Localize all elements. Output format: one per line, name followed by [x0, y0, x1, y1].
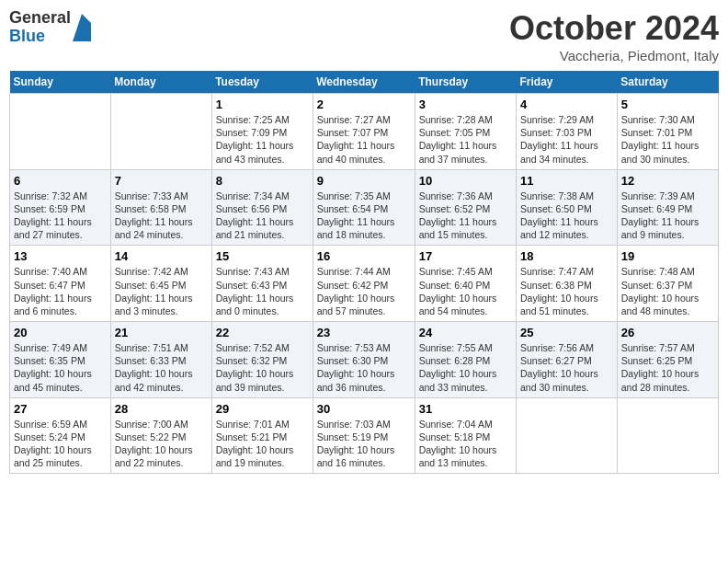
day-number: 24	[419, 326, 512, 339]
calendar-cell: 1Sunrise: 7:25 AMSunset: 7:09 PMDaylight…	[211, 94, 313, 170]
day-number: 30	[317, 402, 411, 416]
day-info: Sunrise: 7:44 AMSunset: 6:42 PMDaylight:…	[317, 265, 411, 317]
day-number: 9	[317, 174, 411, 188]
logo-icon	[73, 14, 91, 41]
calendar-cell: 13Sunrise: 7:40 AMSunset: 6:47 PMDayligh…	[10, 246, 111, 322]
day-number: 8	[216, 174, 309, 188]
day-number: 7	[115, 174, 208, 188]
day-info: Sunrise: 7:01 AMSunset: 5:21 PMDaylight:…	[216, 418, 309, 470]
day-number: 21	[115, 326, 208, 339]
column-header-wednesday: Wednesday	[313, 71, 415, 94]
calendar-cell: 2Sunrise: 7:27 AMSunset: 7:07 PMDaylight…	[313, 94, 415, 170]
day-number: 28	[115, 402, 208, 416]
calendar-table: SundayMondayTuesdayWednesdayThursdayFrid…	[9, 71, 719, 474]
calendar-cell: 20Sunrise: 7:49 AMSunset: 6:35 PMDayligh…	[10, 322, 111, 398]
calendar-week-row: 27Sunrise: 6:59 AMSunset: 5:24 PMDayligh…	[10, 397, 719, 474]
calendar-cell: 11Sunrise: 7:38 AMSunset: 6:50 PMDayligh…	[517, 169, 618, 246]
calendar-cell: 30Sunrise: 7:03 AMSunset: 5:19 PMDayligh…	[313, 397, 415, 474]
calendar-cell: 17Sunrise: 7:45 AMSunset: 6:40 PMDayligh…	[415, 246, 516, 322]
calendar-week-row: 20Sunrise: 7:49 AMSunset: 6:35 PMDayligh…	[10, 322, 719, 398]
logo: General Blue	[9, 9, 91, 46]
day-number: 11	[520, 174, 613, 188]
day-number: 12	[621, 174, 714, 188]
calendar-cell	[10, 94, 111, 170]
column-header-monday: Monday	[110, 71, 211, 94]
calendar-cell: 26Sunrise: 7:57 AMSunset: 6:25 PMDayligh…	[617, 322, 718, 398]
calendar-cell: 18Sunrise: 7:47 AMSunset: 6:38 PMDayligh…	[517, 246, 618, 322]
calendar-cell	[617, 397, 718, 474]
day-info: Sunrise: 7:51 AMSunset: 6:33 PMDaylight:…	[115, 341, 208, 394]
day-info: Sunrise: 7:29 AMSunset: 7:03 PMDaylight:…	[520, 113, 613, 166]
calendar-header-row: SundayMondayTuesdayWednesdayThursdayFrid…	[10, 71, 719, 94]
day-number: 16	[317, 249, 411, 263]
day-info: Sunrise: 7:04 AMSunset: 5:18 PMDaylight:…	[419, 418, 512, 470]
calendar-cell: 12Sunrise: 7:39 AMSunset: 6:49 PMDayligh…	[617, 169, 718, 246]
day-number: 14	[115, 249, 208, 263]
column-header-friday: Friday	[517, 71, 618, 94]
day-info: Sunrise: 7:36 AMSunset: 6:52 PMDaylight:…	[419, 190, 512, 242]
calendar-cell: 3Sunrise: 7:28 AMSunset: 7:05 PMDaylight…	[415, 94, 516, 170]
day-info: Sunrise: 7:28 AMSunset: 7:05 PMDaylight:…	[419, 113, 512, 166]
day-number: 23	[317, 326, 411, 339]
day-number: 4	[520, 98, 613, 111]
page-header: General Blue October 2024 Vaccheria, Pie…	[9, 9, 719, 63]
calendar-cell: 8Sunrise: 7:34 AMSunset: 6:56 PMDaylight…	[211, 169, 313, 246]
column-header-saturday: Saturday	[617, 71, 718, 94]
day-info: Sunrise: 7:45 AMSunset: 6:40 PMDaylight:…	[419, 265, 512, 317]
column-header-thursday: Thursday	[415, 71, 516, 94]
title-section: October 2024 Vaccheria, Piedmont, Italy	[509, 9, 719, 63]
day-number: 31	[419, 402, 512, 416]
day-number: 3	[419, 98, 512, 111]
day-info: Sunrise: 7:32 AMSunset: 6:59 PMDaylight:…	[14, 190, 107, 242]
column-header-sunday: Sunday	[10, 71, 111, 94]
day-number: 25	[520, 326, 613, 339]
calendar-cell	[517, 397, 618, 474]
day-number: 18	[520, 249, 613, 263]
day-info: Sunrise: 7:57 AMSunset: 6:25 PMDaylight:…	[621, 341, 714, 394]
day-info: Sunrise: 7:55 AMSunset: 6:28 PMDaylight:…	[419, 341, 512, 394]
day-info: Sunrise: 7:25 AMSunset: 7:09 PMDaylight:…	[216, 113, 309, 166]
calendar-cell: 16Sunrise: 7:44 AMSunset: 6:42 PMDayligh…	[313, 246, 415, 322]
calendar-cell: 4Sunrise: 7:29 AMSunset: 7:03 PMDaylight…	[517, 94, 618, 170]
calendar-cell: 10Sunrise: 7:36 AMSunset: 6:52 PMDayligh…	[415, 169, 516, 246]
day-info: Sunrise: 7:30 AMSunset: 7:01 PMDaylight:…	[621, 113, 714, 166]
calendar-cell: 27Sunrise: 6:59 AMSunset: 5:24 PMDayligh…	[10, 397, 111, 474]
day-info: Sunrise: 7:56 AMSunset: 6:27 PMDaylight:…	[520, 341, 613, 394]
day-info: Sunrise: 7:42 AMSunset: 6:45 PMDaylight:…	[115, 265, 208, 317]
day-number: 22	[216, 326, 309, 339]
day-number: 2	[317, 98, 411, 111]
day-info: Sunrise: 7:38 AMSunset: 6:50 PMDaylight:…	[520, 190, 613, 242]
day-number: 17	[419, 249, 512, 263]
calendar-cell: 31Sunrise: 7:04 AMSunset: 5:18 PMDayligh…	[415, 397, 516, 474]
day-info: Sunrise: 7:52 AMSunset: 6:32 PMDaylight:…	[216, 341, 309, 394]
calendar-cell: 14Sunrise: 7:42 AMSunset: 6:45 PMDayligh…	[110, 246, 211, 322]
day-info: Sunrise: 7:35 AMSunset: 6:54 PMDaylight:…	[317, 190, 411, 242]
logo-general: General	[9, 9, 71, 28]
calendar-cell: 23Sunrise: 7:53 AMSunset: 6:30 PMDayligh…	[313, 322, 415, 398]
month-title: October 2024	[509, 9, 719, 48]
day-info: Sunrise: 7:47 AMSunset: 6:38 PMDaylight:…	[520, 265, 613, 317]
day-number: 10	[419, 174, 512, 188]
day-info: Sunrise: 7:53 AMSunset: 6:30 PMDaylight:…	[317, 341, 411, 394]
day-number: 29	[216, 402, 309, 416]
calendar-cell: 22Sunrise: 7:52 AMSunset: 6:32 PMDayligh…	[211, 322, 313, 398]
day-number: 15	[216, 249, 309, 263]
calendar-week-row: 13Sunrise: 7:40 AMSunset: 6:47 PMDayligh…	[10, 246, 719, 322]
day-number: 27	[14, 402, 107, 416]
day-number: 20	[14, 326, 107, 339]
day-info: Sunrise: 7:33 AMSunset: 6:58 PMDaylight:…	[115, 190, 208, 242]
calendar-cell: 6Sunrise: 7:32 AMSunset: 6:59 PMDaylight…	[10, 169, 111, 246]
day-number: 6	[14, 174, 107, 188]
day-info: Sunrise: 7:00 AMSunset: 5:22 PMDaylight:…	[115, 418, 208, 470]
day-info: Sunrise: 7:48 AMSunset: 6:37 PMDaylight:…	[621, 265, 714, 317]
calendar-cell: 29Sunrise: 7:01 AMSunset: 5:21 PMDayligh…	[211, 397, 313, 474]
day-info: Sunrise: 7:40 AMSunset: 6:47 PMDaylight:…	[14, 265, 107, 317]
day-number: 1	[216, 98, 309, 111]
day-info: Sunrise: 7:27 AMSunset: 7:07 PMDaylight:…	[317, 113, 411, 166]
day-info: Sunrise: 7:39 AMSunset: 6:49 PMDaylight:…	[621, 190, 714, 242]
day-info: Sunrise: 7:43 AMSunset: 6:43 PMDaylight:…	[216, 265, 309, 317]
location: Vaccheria, Piedmont, Italy	[509, 48, 719, 63]
calendar-cell: 24Sunrise: 7:55 AMSunset: 6:28 PMDayligh…	[415, 322, 516, 398]
calendar-week-row: 6Sunrise: 7:32 AMSunset: 6:59 PMDaylight…	[10, 169, 719, 246]
calendar-cell: 25Sunrise: 7:56 AMSunset: 6:27 PMDayligh…	[517, 322, 618, 398]
